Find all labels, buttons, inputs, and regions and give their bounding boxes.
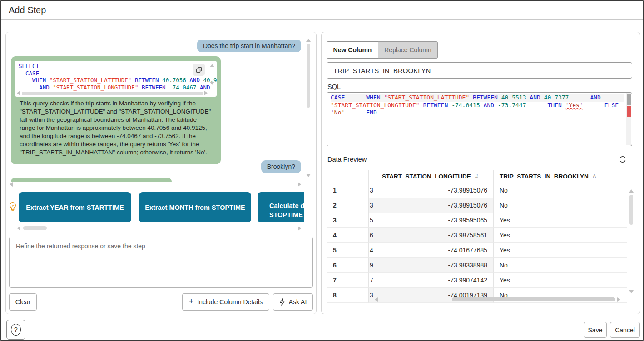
ask-ai-button[interactable]: Ask AI	[273, 293, 313, 311]
clipped-column-cell: 4	[369, 243, 376, 258]
number-type-icon: #	[475, 173, 478, 180]
suggestions-scroll-left-arrow[interactable]	[17, 226, 20, 231]
table-horizontal-scrollbar[interactable]	[452, 297, 615, 301]
longitude-cell: -73.98915076	[376, 198, 494, 213]
lightning-bolt-icon	[279, 298, 285, 306]
table-row[interactable]: 54-74.01677685Yes	[327, 243, 627, 258]
longitude-cell: -73.98338988	[376, 258, 494, 273]
table-vertical-scrollbar[interactable]	[629, 195, 633, 225]
cancel-button[interactable]: Cancel	[610, 322, 640, 338]
add-step-dialog: Add Step Does the trip start in Manhatta…	[0, 0, 644, 341]
code-horizontal-scrollbar[interactable]	[22, 92, 203, 95]
trip-starts-in-brooklyn-cell: No	[494, 258, 627, 273]
suggestions-hint	[7, 201, 18, 215]
suggestion-button[interactable]: Calculate diffe STOPTIME and	[258, 192, 304, 222]
refresh-button[interactable]	[618, 155, 628, 165]
chat-scroll-up-arrow[interactable]	[306, 39, 311, 42]
table-row[interactable]: 23-73.98915076No	[327, 198, 627, 213]
copy-icon	[196, 67, 202, 73]
clipped-column-cell: 7	[369, 273, 376, 288]
user-message: Brooklyn?	[261, 160, 301, 173]
table-header-row: START_STATION_LONGITUDE # TRIP_STARTS_IN…	[327, 170, 627, 183]
page-title: Add Step	[9, 5, 46, 15]
longitude-cell: -73.99595065	[376, 213, 494, 228]
carousel-right-arrow[interactable]	[298, 182, 301, 187]
code-scroll-up-arrow[interactable]	[210, 64, 214, 67]
sql-error-marker	[627, 106, 631, 117]
row-number-cell: 7	[327, 273, 369, 288]
longitude-cell: -73.99074142	[376, 273, 494, 288]
plus-icon: +	[189, 297, 194, 306]
data-preview-label: Data Preview	[327, 156, 367, 163]
chat-vertical-scrollbar[interactable]	[307, 44, 310, 108]
row-number-cell: 4	[327, 228, 369, 243]
table-body: 13-73.98915076No23-73.98915076No35-73.99…	[327, 183, 627, 303]
trip-starts-in-brooklyn-cell: Yes	[494, 228, 627, 243]
title-divider	[1, 19, 643, 20]
suggestion-button[interactable]: Extract MONTH from STOPTIME	[139, 192, 251, 222]
table-row[interactable]: 69-73.98338988No	[327, 258, 627, 273]
table-row[interactable]: 77-73.99074142Yes	[327, 273, 627, 288]
sql-editor-scrollbar[interactable]	[626, 93, 631, 145]
clipped-column-cell: 3	[369, 198, 376, 213]
row-number-cell: 5	[327, 243, 369, 258]
trip-starts-in-brooklyn-cell: Yes	[494, 213, 627, 228]
trip-starts-in-brooklyn-cell: No	[494, 198, 627, 213]
table-scroll-left-arrow[interactable]	[375, 297, 378, 302]
clipped-column-cell: 9	[369, 258, 376, 273]
trip-starts-in-brooklyn-cell: Yes	[494, 273, 627, 288]
column-name-input[interactable]	[327, 62, 632, 79]
lightbulb-icon	[7, 201, 18, 213]
tab-replace-column[interactable]: Replace Column	[378, 41, 438, 59]
sql-editor[interactable]: CASE WHEN "START_STATION_LATITUDE" BETWE…	[327, 92, 632, 146]
clear-button[interactable]: Clear	[9, 293, 37, 311]
longitude-cell: -73.98915076	[376, 183, 494, 198]
tab-new-column[interactable]: New Column	[327, 41, 378, 59]
suggestion-button[interactable]: Extract YEAR from STARTTIME	[19, 192, 131, 222]
refine-prompt-input[interactable]	[9, 237, 313, 288]
help-button[interactable]: ?	[6, 320, 25, 340]
table-row[interactable]: 13-73.98915076No	[327, 183, 627, 198]
header-trip-starts-in-brooklyn[interactable]: TRIP_STARTS_IN_BROOKLYN A	[494, 170, 627, 183]
clipped-column-cell: 6	[369, 228, 376, 243]
code-scroll-right-arrow[interactable]	[204, 91, 208, 95]
table-scroll-up-arrow[interactable]	[629, 189, 634, 193]
sql-scrollbar-thumb[interactable]	[627, 94, 631, 105]
chat-scroll-down-arrow[interactable]	[306, 174, 311, 177]
table-row[interactable]: 46-73.98758561Yes	[327, 228, 627, 243]
copy-button[interactable]	[193, 64, 205, 76]
chat-panel: Does the trip start in Manhattan? SELECT…	[5, 32, 317, 314]
assistant-code-block: SELECT CASE WHEN "START_STATION_LATITUDE…	[15, 61, 217, 97]
tab-replace-column-label: Replace Column	[384, 46, 431, 54]
save-button[interactable]: Save	[584, 322, 607, 338]
code-scroll-down-arrow[interactable]	[210, 82, 214, 85]
row-number-cell: 6	[327, 258, 369, 273]
suggestions-scroll-right-arrow[interactable]	[298, 226, 301, 231]
suggestion-carousel: Extract YEAR from STARTTIMEExtract MONTH…	[19, 192, 304, 222]
include-button-label: Include Column Details	[197, 298, 263, 306]
suggestions-horizontal-scrollbar[interactable]	[23, 226, 47, 230]
tab-new-column-label: New Column	[333, 46, 372, 54]
row-number-cell: 1	[327, 183, 369, 198]
row-number-cell: 8	[327, 288, 369, 303]
clear-button-label: Clear	[15, 298, 30, 306]
table-row[interactable]: 35-73.99595065Yes	[327, 213, 627, 228]
row-number-cell: 3	[327, 213, 369, 228]
carousel-left-arrow[interactable]	[10, 182, 13, 187]
column-header-label: START_STATION_LONGITUDE	[382, 173, 471, 180]
row-number-cell: 2	[327, 198, 369, 213]
table-scroll-down-arrow[interactable]	[629, 290, 634, 293]
include-column-details-button[interactable]: + Include Column Details	[182, 293, 269, 311]
longitude-cell: -73.98758561	[376, 228, 494, 243]
cancel-button-label: Cancel	[615, 326, 635, 334]
clipped-column-cell: 3	[369, 183, 376, 198]
user-message: Does the trip start in Manhattan?	[197, 40, 301, 52]
table-scroll-right-arrow[interactable]	[617, 297, 620, 302]
code-scroll-left-arrow[interactable]	[17, 91, 20, 95]
assistant-explanation: This query checks if the trip starts in …	[15, 97, 217, 161]
header-start-station-longitude[interactable]: START_STATION_LONGITUDE #	[376, 170, 494, 183]
column-editor-panel: New Column Replace Column SQL CASE WHEN …	[321, 32, 640, 314]
longitude-cell: -74.01677685	[376, 243, 494, 258]
sql-editor-code: CASE WHEN "START_STATION_LATITUDE" BETWE…	[331, 94, 624, 117]
table-horizontal-scroll	[375, 297, 620, 302]
